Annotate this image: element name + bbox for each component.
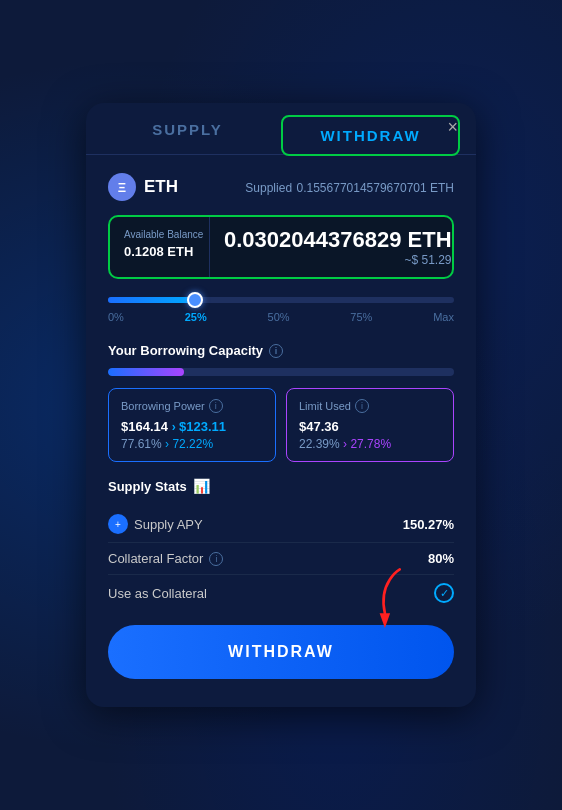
borrowing-title-text: Your Borrowing Capacity	[108, 343, 263, 358]
close-button[interactable]: ×	[447, 117, 458, 138]
supply-stats-label: Supply Stats	[108, 479, 187, 494]
asset-row: Ξ ETH Supplied 0.155677014579670701 ETH	[108, 173, 454, 201]
eth-icon: Ξ	[108, 173, 136, 201]
borrowing-power-card: Borrowing Power i $164.14 › $123.11 77.6…	[108, 388, 276, 462]
capacity-cards: Borrowing Power i $164.14 › $123.11 77.6…	[108, 388, 454, 462]
borrow-pct-new: 72.22%	[172, 437, 213, 451]
limit-used-value: $47.36	[299, 419, 441, 434]
borrow-power-info-icon[interactable]: i	[209, 399, 223, 413]
supplied-label: Supplied	[245, 181, 292, 195]
collateral-factor-value: 80%	[428, 551, 454, 566]
limit-used-old: $47.36	[299, 419, 339, 434]
limit-pct-new: 27.78%	[350, 437, 391, 451]
borrowing-info-icon[interactable]: i	[269, 344, 283, 358]
limit-used-card: Limit Used i $47.36 22.39% › 27.78%	[286, 388, 454, 462]
supplied-value: 0.155677014579670701 ETH	[297, 181, 454, 195]
slider-track	[108, 297, 454, 303]
capacity-bar	[108, 368, 454, 376]
modal-content: Ξ ETH Supplied 0.155677014579670701 ETH …	[86, 155, 476, 611]
pct-75: 75%	[350, 311, 372, 323]
borrow-power-pct: 77.61% › 72.22%	[121, 437, 263, 451]
supply-apy-label: + Supply APY	[108, 514, 203, 534]
slider-thumb[interactable]	[187, 292, 203, 308]
limit-used-title: Limit Used i	[299, 399, 441, 413]
borrow-power-arrow: ›	[172, 420, 179, 434]
collateral-factor-text: Collateral Factor	[108, 551, 203, 566]
borrow-power-new: $123.11	[179, 419, 226, 434]
asset-left: Ξ ETH	[108, 173, 178, 201]
supply-stats-title: Supply Stats 📊	[108, 478, 454, 494]
amount-usd: ~$ 51.29	[224, 253, 452, 267]
use-as-collateral-label: Use as Collateral	[108, 586, 207, 601]
supply-apy-row: + Supply APY 150.27%	[108, 506, 454, 543]
amount-input-area[interactable]: 0.0302044376829 ETH ~$ 51.29	[210, 217, 454, 277]
tab-withdraw[interactable]: WITHDRAW	[281, 115, 460, 156]
tabs-container: SUPPLY WITHDRAW	[86, 103, 476, 155]
withdraw-btn-wrapper: WITHDRAW	[86, 625, 476, 679]
available-balance-section: Available Balance 0.1208 ETH	[110, 217, 210, 277]
slider-track-wrapper[interactable]	[108, 297, 454, 303]
pct-25: 25%	[185, 311, 207, 323]
borrow-power-old: $164.14	[121, 419, 168, 434]
arrow-indicator	[366, 565, 416, 639]
limit-pct-old: 22.39%	[299, 437, 340, 451]
limit-used-label: Limit Used	[299, 400, 351, 412]
capacity-fill	[108, 368, 184, 376]
limit-used-info-icon[interactable]: i	[355, 399, 369, 413]
pct-max: Max	[433, 311, 454, 323]
amount-main: 0.0302044376829 ETH	[224, 227, 452, 253]
avail-value: 0.1208 ETH	[124, 244, 195, 259]
supply-apy-icon: +	[108, 514, 128, 534]
pct-50: 50%	[268, 311, 290, 323]
collateral-factor-info-icon[interactable]: i	[209, 552, 223, 566]
modal: × SUPPLY WITHDRAW Ξ ETH Supplied 0.15567…	[86, 103, 476, 707]
collateral-factor-label: Collateral Factor i	[108, 551, 223, 566]
borrowing-capacity-title: Your Borrowing Capacity i	[108, 343, 454, 358]
borrow-power-value: $164.14 › $123.11	[121, 419, 263, 434]
supplied-info: Supplied 0.155677014579670701 ETH	[245, 178, 454, 196]
borrowing-capacity-section: Your Borrowing Capacity i Borrowing Powe…	[108, 343, 454, 462]
avail-label: Available Balance	[124, 229, 195, 240]
borrow-power-label: Borrowing Power	[121, 400, 205, 412]
collateral-check-icon: ✓	[434, 583, 454, 603]
use-as-collateral-text: Use as Collateral	[108, 586, 207, 601]
slider-section: 0% 25% 50% 75% Max	[108, 297, 454, 323]
borrow-pct-old: 77.61%	[121, 437, 162, 451]
supply-apy-text: Supply APY	[134, 517, 203, 532]
slider-fill	[108, 297, 195, 303]
borrow-power-title: Borrowing Power i	[121, 399, 263, 413]
tab-supply[interactable]: SUPPLY	[98, 103, 277, 154]
asset-symbol: ETH	[144, 177, 178, 197]
chart-icon: 📊	[193, 478, 210, 494]
tab-withdraw-wrapper: WITHDRAW	[277, 107, 464, 154]
pct-0: 0%	[108, 311, 124, 323]
svg-marker-0	[380, 613, 391, 628]
supply-apy-value: 150.27%	[403, 517, 454, 532]
arrow-svg	[366, 565, 416, 635]
balance-box: Available Balance 0.1208 ETH 0.030204437…	[108, 215, 454, 279]
limit-pct: 22.39% › 27.78%	[299, 437, 441, 451]
slider-labels: 0% 25% 50% 75% Max	[108, 311, 454, 323]
